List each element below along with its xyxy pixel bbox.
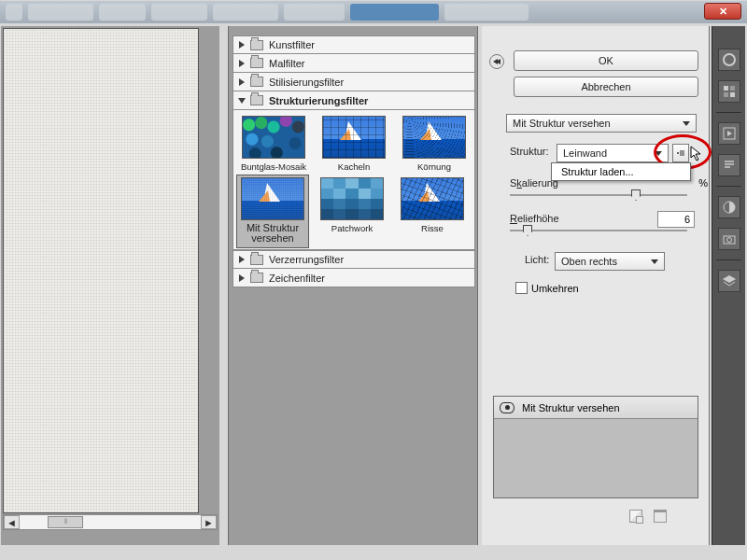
- disclosure-triangle-icon: [239, 256, 245, 263]
- sailboat-icon: [403, 117, 465, 158]
- paragraph-icon: [723, 159, 736, 172]
- thumb-koernung[interactable]: Körnung: [398, 116, 471, 172]
- filter-tree-panel: Kunstfilter Malfilter Stilisierungsfilte…: [228, 26, 478, 545]
- thumb-risse[interactable]: Risse: [396, 177, 469, 245]
- tree-row-kunstfilter[interactable]: Kunstfilter: [233, 35, 475, 54]
- camera-icon: [723, 233, 736, 245]
- disclosure-triangle-open-icon: [238, 98, 246, 104]
- layers-icon: [722, 274, 737, 287]
- dock-icon-adjust[interactable]: [718, 196, 740, 218]
- sailboat-icon: [242, 178, 303, 219]
- folder-icon: [250, 95, 263, 105]
- reliefhoehe-label: Reliefhöhe: [510, 213, 559, 224]
- tree-label: Stilisierungsfilter: [269, 77, 344, 88]
- effect-layer-label: Mit Struktur versehen: [522, 402, 620, 413]
- cursor-icon: [690, 146, 707, 162]
- window-close-button[interactable]: ✕: [704, 3, 741, 20]
- horizontal-scrollbar[interactable]: ◄ ⦀ ►: [3, 514, 218, 530]
- sailboat-icon: [323, 117, 385, 158]
- tree-label: Strukturierungsfilter: [269, 95, 368, 106]
- folder-icon: [250, 255, 263, 265]
- folder-icon: [250, 58, 263, 68]
- tab-blur[interactable]: [99, 4, 146, 21]
- reliefhoehe-input[interactable]: 6: [657, 211, 695, 228]
- percent-sign: %: [698, 177, 708, 189]
- effect-layers-panel: Mit Struktur versehen: [493, 396, 698, 498]
- struktur-flyout-button[interactable]: [672, 144, 689, 162]
- svg-rect-5: [730, 92, 735, 97]
- thumb-patchwork[interactable]: Patchwork: [316, 177, 388, 245]
- tab-blur[interactable]: [28, 4, 93, 21]
- thumb-mit-struktur-versehen[interactable]: Mit Strukturversehen: [236, 175, 309, 248]
- struktur-dropdown[interactable]: Leinwand: [557, 144, 669, 162]
- dock-icon-paragraph[interactable]: [718, 154, 740, 176]
- tab-blur-active[interactable]: [350, 4, 439, 21]
- umkehren-checkbox[interactable]: Umkehren: [515, 282, 579, 294]
- tree-row-stilisierungsfilter[interactable]: Stilisierungsfilter: [233, 73, 475, 91]
- swatches-icon: [722, 84, 737, 99]
- licht-dropdown[interactable]: Oben rechts: [555, 252, 665, 271]
- tree-row-verzerrungsfilter[interactable]: Verzerrungsfilter: [233, 250, 475, 269]
- ok-button[interactable]: OK: [514, 50, 698, 71]
- sailboat-icon: [402, 178, 463, 219]
- canvas-texture: [4, 29, 198, 512]
- folder-icon: [250, 77, 263, 87]
- browser-tabs-bar: ✕: [0, 1, 747, 23]
- adjust-icon: [723, 201, 736, 214]
- thumb-kacheln[interactable]: Kacheln: [317, 116, 390, 172]
- disclosure-triangle-icon: [239, 41, 245, 49]
- tab-blur[interactable]: [284, 4, 345, 21]
- struktur-label: Struktur:: [510, 146, 549, 157]
- filter-tree: Kunstfilter Malfilter Stilisierungsfilte…: [233, 35, 475, 287]
- thumb-caption: Mit Strukturversehen: [237, 223, 308, 244]
- reliefhoehe-slider-knob[interactable]: [523, 225, 532, 236]
- thumb-caption: Patchwork: [316, 223, 388, 233]
- scroll-left-arrow-icon[interactable]: ◄: [4, 515, 20, 529]
- dock-icon-color[interactable]: [718, 49, 740, 71]
- tree-label: Zeichenfilter: [269, 273, 325, 284]
- tab-blur[interactable]: [444, 4, 529, 21]
- preview-canvas[interactable]: [3, 28, 199, 513]
- tab-blur[interactable]: [213, 4, 278, 21]
- tree-row-zeichenfilter[interactable]: Zeichenfilter: [233, 269, 475, 287]
- dock-icon-layers[interactable]: [718, 270, 740, 292]
- svg-rect-3: [730, 86, 735, 91]
- dock-icon-play[interactable]: [718, 122, 740, 145]
- visibility-eye-icon[interactable]: [500, 402, 514, 413]
- settings-panel: OK Abbrechen Mit Struktur versehen Struk…: [482, 26, 710, 545]
- filter-thumbnail-grid: Buntglas-Mosaik Kacheln Körnung Mit Stru…: [233, 110, 475, 250]
- dock-icon-swatches[interactable]: [718, 80, 740, 103]
- svg-point-9: [726, 238, 731, 243]
- svg-point-1: [724, 54, 735, 65]
- reliefhoehe-row: Reliefhöhe 6: [510, 213, 695, 224]
- reliefhoehe-slider-track[interactable]: [510, 230, 687, 231]
- scroll-track[interactable]: ⦀: [20, 515, 201, 529]
- collapse-button[interactable]: [489, 54, 504, 69]
- skalierung-row: Skalierung %: [510, 177, 695, 189]
- folder-icon: [250, 40, 263, 50]
- dock-icon-camera[interactable]: [718, 228, 740, 250]
- folder-icon: [250, 273, 263, 283]
- licht-label: Licht:: [525, 254, 549, 265]
- tab-blur[interactable]: [151, 4, 207, 21]
- scroll-thumb[interactable]: ⦀: [48, 516, 83, 528]
- scroll-right-arrow-icon[interactable]: ►: [201, 515, 217, 529]
- effect-layer-row[interactable]: Mit Struktur versehen: [494, 397, 698, 419]
- new-layer-icon[interactable]: [629, 510, 642, 523]
- skalierung-slider-knob[interactable]: [631, 189, 641, 201]
- layer-panel-footer-icons: [629, 510, 667, 523]
- thumb-caption: Buntglas-Mosaik: [237, 161, 310, 172]
- filter-select-dropdown[interactable]: Mit Struktur versehen: [506, 114, 697, 133]
- trash-icon[interactable]: [654, 510, 667, 523]
- tree-row-strukturierungsfilter[interactable]: Strukturierungsfilter: [233, 91, 475, 110]
- cancel-button[interactable]: Abbrechen: [514, 77, 698, 97]
- play-icon: [723, 127, 736, 140]
- patchwork-icon: [321, 178, 383, 219]
- tree-label: Kunstfilter: [269, 39, 315, 50]
- tab-blur[interactable]: [6, 4, 22, 21]
- tree-row-malfilter[interactable]: Malfilter: [233, 54, 475, 73]
- skalierung-label: Skalierung: [510, 177, 558, 189]
- skalierung-slider-track[interactable]: [510, 194, 687, 196]
- mosaic-icon: [243, 117, 304, 158]
- thumb-buntglas-mosaik[interactable]: Buntglas-Mosaik: [237, 116, 310, 172]
